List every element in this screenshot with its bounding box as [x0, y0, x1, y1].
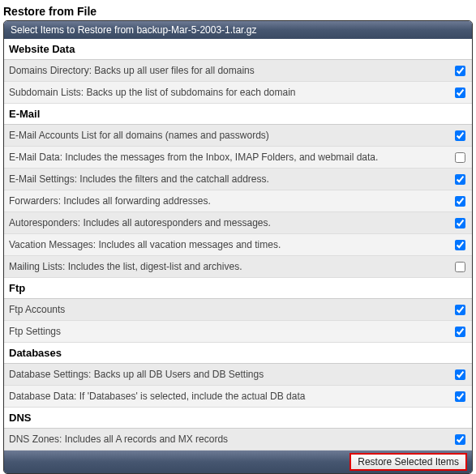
restore-item-checkbox[interactable] [455, 218, 465, 228]
restore-item-row: E-Mail Data: Includes the messages from … [4, 147, 472, 169]
restore-item-row: DNS Zones: Includes all A records and MX… [4, 429, 472, 451]
restore-item-row: Domains Directory: Backs up all user fil… [4, 60, 472, 82]
restore-item-label: Mailing Lists: Includes the list, digest… [9, 261, 450, 272]
restore-item-checkbox[interactable] [455, 369, 465, 380]
restore-item-row: Database Data: If 'Databases' is selecte… [4, 386, 472, 408]
restore-item-row: Vacation Messages: Includes all vacation… [4, 234, 472, 256]
section-header: E-Mail [4, 104, 472, 125]
restore-item-label: Ftp Accounts [9, 304, 450, 315]
restore-item-checkbox[interactable] [455, 130, 465, 141]
restore-item-label: E-Mail Data: Includes the messages from … [9, 152, 450, 163]
restore-item-label: Database Data: If 'Databases' is selecte… [9, 391, 450, 402]
restore-item-row: Database Settings: Backs up all DB Users… [4, 364, 472, 386]
restore-item-label: Database Settings: Backs up all DB Users… [9, 369, 450, 380]
section-header: DNS [4, 408, 472, 429]
restore-item-row: Mailing Lists: Includes the list, digest… [4, 256, 472, 278]
restore-item-row: E-Mail Settings: Includes the filters an… [4, 169, 472, 190]
restore-item-checkbox[interactable] [455, 196, 465, 207]
restore-item-label: Forwarders: Includes all forwarding addr… [9, 195, 450, 207]
restore-item-checkbox[interactable] [455, 305, 465, 315]
restore-panel: Select Items to Restore from backup-Mar-… [3, 20, 473, 474]
section-header: Databases [4, 343, 472, 364]
panel-footer: Restore Selected Items [4, 451, 472, 473]
restore-item-row: Subdomain Lists: Backs up the list of su… [4, 82, 472, 104]
restore-item-label: Ftp Settings [9, 326, 450, 337]
restore-item-label: Vacation Messages: Includes all vacation… [9, 239, 450, 250]
section-header: Ftp [4, 278, 472, 299]
restore-item-label: Domains Directory: Backs up all user fil… [9, 65, 450, 76]
restore-item-row: Ftp Accounts [4, 299, 472, 321]
restore-item-checkbox[interactable] [455, 174, 465, 185]
section-rows: Database Settings: Backs up all DB Users… [4, 364, 472, 408]
restore-item-row: Forwarders: Includes all forwarding addr… [4, 190, 472, 212]
restore-item-checkbox[interactable] [455, 66, 465, 76]
restore-item-checkbox[interactable] [455, 391, 465, 402]
restore-item-label: E-Mail Settings: Includes the filters an… [9, 173, 450, 185]
section-rows: Ftp AccountsFtp Settings [4, 299, 472, 343]
restore-item-checkbox[interactable] [455, 434, 465, 445]
restore-item-checkbox[interactable] [455, 327, 465, 337]
restore-item-label: DNS Zones: Includes all A records and MX… [9, 433, 450, 445]
section-rows: E-Mail Accounts List for all domains (na… [4, 125, 472, 278]
restore-item-label: Autoresponders: Includes all autorespond… [9, 217, 450, 228]
page-title: Restore from File [3, 5, 473, 18]
restore-item-row: E-Mail Accounts List for all domains (na… [4, 125, 472, 147]
restore-item-label: E-Mail Accounts List for all domains (na… [9, 130, 450, 141]
restore-item-label: Subdomain Lists: Backs up the list of su… [9, 87, 450, 98]
section-header: Website Data [4, 39, 472, 60]
restore-selected-button[interactable]: Restore Selected Items [349, 453, 467, 471]
restore-item-checkbox[interactable] [455, 152, 465, 163]
section-rows: DNS Zones: Includes all A records and MX… [4, 429, 472, 451]
panel-header: Select Items to Restore from backup-Mar-… [4, 21, 472, 39]
restore-item-checkbox[interactable] [455, 88, 465, 98]
restore-item-row: Ftp Settings [4, 321, 472, 343]
restore-item-checkbox[interactable] [455, 240, 465, 250]
restore-item-checkbox[interactable] [455, 262, 465, 272]
section-rows: Domains Directory: Backs up all user fil… [4, 60, 472, 104]
sections-container: Website DataDomains Directory: Backs up … [4, 39, 472, 451]
restore-item-row: Autoresponders: Includes all autorespond… [4, 212, 472, 234]
